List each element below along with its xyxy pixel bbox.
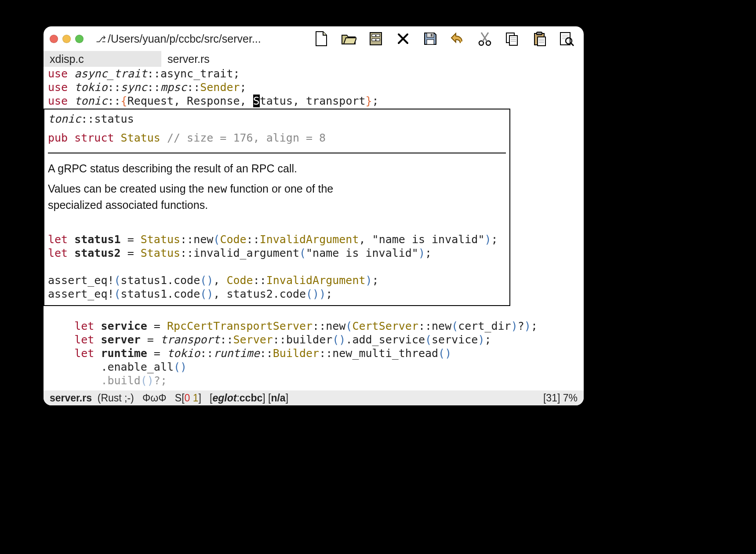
popup-doc-line: Values can be created using the new func… [48, 181, 382, 213]
copy-button[interactable] [504, 30, 520, 47]
popup-doc-line: A gRPC status describing the result of a… [48, 160, 382, 176]
modeline-flycheck-status: S[0 1] [175, 392, 201, 404]
undo-button[interactable] [449, 30, 466, 47]
mode-line-right: [31] 7% [543, 392, 578, 404]
window-title: ⎇ /Users/yuan/p/ccbc/src/server... [91, 33, 261, 45]
svg-rect-6 [427, 40, 434, 44]
tab-xdisp[interactable]: xdisp.c [44, 51, 161, 67]
hover-doc-popup: tonic::status pub struct Status // size … [44, 109, 510, 306]
modeline-line-number: [31] [543, 392, 560, 404]
code-continuation: let service = RpcCertTransportServer::ne… [44, 319, 584, 387]
tab-server[interactable]: server.rs [161, 51, 216, 67]
code-line: use async_trait::async_trait; [44, 67, 584, 80]
open-file-button[interactable] [340, 30, 357, 47]
window-controls [50, 35, 87, 43]
svg-rect-11 [509, 36, 517, 45]
mode-line[interactable]: server.rs (Rust ;-) ΦωΦ S[0 1] [eglot:cc… [44, 390, 584, 405]
svg-point-8 [479, 41, 483, 45]
titlebar: ⎇ /Users/yuan/p/ccbc/src/server... [44, 26, 584, 51]
code-line: let runtime = tokio::runtime::Builder::n… [44, 346, 584, 360]
code-line: let service = RpcCertTransportServer::ne… [44, 319, 584, 333]
cut-button[interactable] [476, 30, 493, 47]
tab-label: server.rs [167, 53, 210, 66]
tab-label: xdisp.c [50, 53, 84, 66]
tab-bar: xdisp.c server.rs [44, 51, 584, 67]
close-window-button[interactable] [50, 35, 58, 43]
svg-point-3 [375, 35, 377, 36]
code-line: .build()?; [44, 374, 584, 387]
vc-branch-icon: ⎇ [96, 34, 106, 44]
window-title-path: /Users/yuan/p/ccbc/src/server... [108, 33, 261, 45]
modeline-percent: 7% [560, 392, 578, 404]
code-editor[interactable]: use async_trait::async_trait; use tokio:… [44, 67, 584, 390]
mode-line-left: server.rs (Rust ;-) ΦωΦ S[0 1] [eglot:cc… [50, 392, 288, 404]
paste-button[interactable] [531, 30, 548, 47]
svg-rect-7 [431, 34, 433, 36]
save-button[interactable] [422, 30, 439, 47]
kill-buffer-button[interactable] [395, 30, 411, 47]
search-button[interactable] [558, 30, 575, 47]
editor-window: ⎇ /Users/yuan/p/ccbc/src/server... [44, 26, 584, 405]
svg-rect-5 [427, 33, 434, 37]
svg-rect-13 [537, 32, 542, 35]
new-file-button[interactable] [313, 30, 330, 47]
svg-point-4 [375, 40, 377, 41]
dired-button[interactable] [367, 30, 384, 47]
code-line: .enable_all() [44, 360, 584, 374]
code-line: use tokio::sync::mpsc::Sender; [44, 80, 584, 94]
modeline-eglot: [eglot:ccbc] [210, 392, 265, 404]
popup-divider [48, 153, 506, 153]
svg-point-9 [486, 41, 491, 45]
modeline-major-mode: (Rust ;-) [98, 392, 134, 404]
popup-symbol-path: tonic::status [48, 112, 506, 126]
svg-rect-14 [538, 37, 545, 46]
code-line: use tonic::{Request, Response, Status, t… [44, 94, 584, 108]
toolbar [313, 30, 578, 47]
modeline-filename: server.rs [50, 392, 92, 404]
popup-symbol-decl: pub struct Status // size = 176, align =… [48, 131, 506, 145]
text-cursor: S [253, 95, 260, 107]
modeline-flycheck-icon: ΦωΦ [142, 392, 167, 404]
popup-code-example: let status1 = Status::new(Code::InvalidA… [48, 219, 506, 301]
code-line: let server = transport::Server::builder(… [44, 333, 584, 346]
modeline-na: [n/a] [268, 392, 288, 404]
zoom-window-button[interactable] [75, 35, 84, 43]
minimize-window-button[interactable] [62, 35, 71, 43]
